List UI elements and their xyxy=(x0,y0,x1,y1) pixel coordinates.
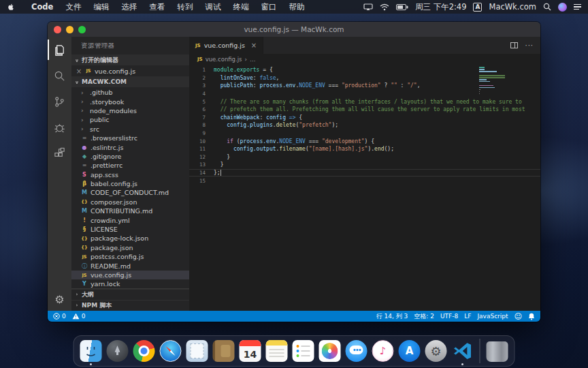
minimize-window-button[interactable] xyxy=(66,26,74,33)
close-editor-icon[interactable]: × xyxy=(76,67,82,75)
status-cell-3[interactable]: LF xyxy=(464,313,471,320)
file-app.scss[interactable]: Sapp.scss xyxy=(71,170,189,179)
workspace-section-header[interactable]: ∨ MACWK.COM xyxy=(71,76,189,87)
code-line-15[interactable]: 15 xyxy=(189,177,540,185)
problems-errors[interactable]: 0 xyxy=(53,313,66,320)
code-line-8[interactable]: 8 config.plugins.delete("prefetch"); xyxy=(189,121,540,129)
file-.browserslistrc[interactable]: ≡.browserslistrc xyxy=(71,134,189,142)
folder-node_modules[interactable]: ›node_modules xyxy=(71,106,189,115)
file-package.json[interactable]: {}package.json xyxy=(71,243,189,252)
menu-item-5[interactable]: 转到 xyxy=(171,2,199,12)
code-line-6[interactable]: 6 // prefetch them all. Prefetching them… xyxy=(189,106,540,114)
code-line-13[interactable]: 13 } xyxy=(189,161,540,169)
open-editor-item[interactable]: × JS vue.config.js xyxy=(71,65,189,76)
search-icon[interactable] xyxy=(48,63,71,89)
file-CODE_OF_CONDUCT.md[interactable]: MCODE_OF_CONDUCT.md xyxy=(71,188,189,197)
more-actions-icon[interactable]: ··· xyxy=(525,42,534,49)
menubar-brand[interactable]: MacWk.com xyxy=(489,2,536,12)
problems-warnings[interactable]: 0 xyxy=(72,313,86,320)
menu-item-9[interactable]: 帮助 xyxy=(282,2,310,12)
code-line-9[interactable]: 9 xyxy=(189,129,540,138)
split-editor-icon[interactable] xyxy=(510,42,518,48)
file-postcss.config.js[interactable]: JSpostcss.config.js xyxy=(71,252,189,261)
sidebar-section-1[interactable]: ›NPM 脚本 xyxy=(71,300,189,311)
file-yarn.lock[interactable]: Yyarn.lock xyxy=(71,279,189,288)
debug-icon[interactable] xyxy=(48,114,71,140)
code-line-7[interactable]: 7 chainWebpack: config => { xyxy=(189,114,540,122)
wifi-icon[interactable] xyxy=(380,3,389,11)
file-babel.config.js[interactable]: βbabel.config.js xyxy=(71,179,189,188)
file-.gitignore[interactable]: ◆.gitignore xyxy=(71,152,189,161)
extensions-icon[interactable] xyxy=(48,140,71,166)
code-line-10[interactable]: 10 if (process.env.NODE_ENV === "develop… xyxy=(189,137,540,145)
airplay-icon[interactable] xyxy=(363,3,373,11)
folder-src[interactable]: ›src xyxy=(71,125,189,134)
dock-appstore-icon[interactable]: A xyxy=(398,339,421,363)
apple-menu-icon[interactable] xyxy=(7,3,16,12)
explorer-icon[interactable] xyxy=(48,37,71,63)
file-.prettierrc[interactable]: ≡.prettierrc xyxy=(71,161,189,170)
status-cell-0[interactable]: 行 14, 列 3 xyxy=(376,312,408,321)
dock-messages-icon[interactable] xyxy=(345,339,368,363)
menu-item-2[interactable]: 编辑 xyxy=(87,2,115,12)
status-cell-4[interactable]: JavaScript xyxy=(477,313,508,320)
dock-finder-icon[interactable] xyxy=(80,339,103,363)
folder-.github[interactable]: ›.github xyxy=(71,88,189,97)
dock-chrome-icon[interactable] xyxy=(133,339,156,363)
spotlight-search-icon[interactable] xyxy=(543,3,551,11)
dock-settings-icon[interactable]: ⚙ xyxy=(425,339,448,363)
file-.eslintrc.js[interactable]: ●.eslintrc.js xyxy=(71,142,189,151)
file-vue.config.js[interactable]: JSvue.config.js xyxy=(71,271,189,279)
notification-center-icon[interactable] xyxy=(574,4,581,10)
feedback-smiley-icon[interactable]: ☺ xyxy=(514,312,522,321)
menu-item-3[interactable]: 选择 xyxy=(115,2,143,12)
dock-calendar-icon[interactable]: 14 xyxy=(239,339,262,363)
code-line-5[interactable]: 5 // There are so many chunks (from all … xyxy=(189,97,540,106)
open-editors-section-header[interactable]: ∨ 打开的编辑器 xyxy=(71,55,189,65)
folder-public[interactable]: ›public xyxy=(71,115,189,124)
file-crowdin.yml[interactable]: !crowdin.yml xyxy=(71,215,189,224)
close-tab-icon[interactable]: × xyxy=(251,42,257,49)
menu-item-0[interactable]: Code xyxy=(25,2,59,12)
dock-vscode-icon[interactable] xyxy=(451,339,474,363)
dock-trash-icon[interactable] xyxy=(486,339,509,363)
file-README.md[interactable]: ⓘREADME.md xyxy=(71,261,189,270)
battery-icon[interactable] xyxy=(396,4,408,10)
sidebar-section-0[interactable]: ›大纲 xyxy=(71,289,189,300)
file-LICENSE[interactable]: §LICENSE xyxy=(71,225,189,234)
zoom-window-button[interactable] xyxy=(78,26,86,33)
tab-vue-config-js[interactable]: JS vue.config.js × xyxy=(189,37,263,54)
menu-item-8[interactable]: 窗口 xyxy=(255,2,282,12)
minimap[interactable] xyxy=(479,67,505,97)
code-editor[interactable]: 1module.exports = {2 lintOnSave: false,3… xyxy=(189,64,540,311)
siri-icon[interactable] xyxy=(558,3,567,12)
dock-itunes-icon[interactable]: ♪ xyxy=(372,339,395,363)
file-CONTRIBUTING.md[interactable]: MCONTRIBUTING.md xyxy=(71,206,189,215)
file-composer.json[interactable]: {}composer.json xyxy=(71,198,189,206)
dock-contacts-icon[interactable] xyxy=(212,339,235,363)
source-control-icon[interactable] xyxy=(48,89,71,114)
dock-photos-icon[interactable] xyxy=(318,339,342,363)
dock-notes-icon[interactable] xyxy=(265,339,289,363)
input-method-icon[interactable]: A xyxy=(473,3,482,12)
window-titlebar[interactable]: vue.config.js — MacWk.com xyxy=(48,22,540,37)
folder-.storybook[interactable]: ›.storybook xyxy=(71,97,189,106)
notifications-bell-icon[interactable] xyxy=(528,313,535,320)
settings-gear-icon[interactable]: ⚙ xyxy=(54,288,64,311)
file-package-lock.json[interactable]: {}package-lock.json xyxy=(71,234,189,243)
menubar-clock[interactable]: 周三 下午2:49 xyxy=(415,2,466,12)
menu-item-1[interactable]: 文件 xyxy=(59,2,87,12)
close-window-button[interactable] xyxy=(54,26,61,33)
menu-item-7[interactable]: 终端 xyxy=(227,2,255,12)
dock-reminders-icon[interactable] xyxy=(292,339,315,363)
menu-item-6[interactable]: 调试 xyxy=(199,2,227,12)
dock-mail-icon[interactable] xyxy=(186,339,209,363)
menu-item-4[interactable]: 查看 xyxy=(143,2,171,12)
code-line-14[interactable]: 14}; xyxy=(189,169,540,177)
dock-launchpad-icon[interactable] xyxy=(106,339,129,363)
dock-safari-icon[interactable] xyxy=(159,339,182,363)
code-line-11[interactable]: 11 config.output.filename("[name].[hash]… xyxy=(189,145,540,153)
status-cell-2[interactable]: UTF-8 xyxy=(440,313,458,320)
code-line-12[interactable]: 12 } xyxy=(189,153,540,162)
status-cell-1[interactable]: 空格: 2 xyxy=(414,312,434,321)
